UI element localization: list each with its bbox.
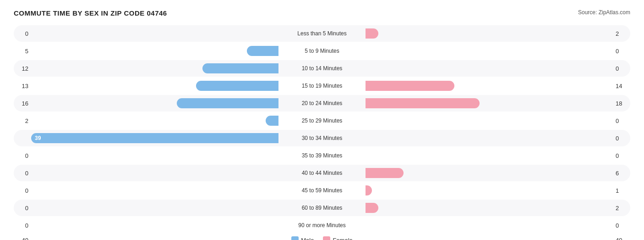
female-value: 2 xyxy=(613,30,630,37)
bar-label: 30 to 34 Minutes xyxy=(278,135,366,141)
male-value: 0 xyxy=(14,30,31,37)
male-value: 5 xyxy=(14,48,31,55)
legend-male-box xyxy=(291,236,299,240)
bars-center: 90 or more Minutes xyxy=(31,217,613,234)
male-value: 0 xyxy=(14,170,31,177)
chart-row: 1315 to 19 Minutes14 xyxy=(14,78,630,94)
axis-left-label: 40 xyxy=(14,237,31,240)
bars-center: Less than 5 Minutes xyxy=(31,25,613,42)
female-value: 0 xyxy=(613,48,630,55)
chart-row: 040 to 44 Minutes6 xyxy=(14,165,630,181)
chart-row: 225 to 29 Minutes0 xyxy=(14,112,630,129)
bars-center: 5 to 9 Minutes xyxy=(31,43,613,59)
male-value: 0 xyxy=(14,222,31,229)
female-value: 1 xyxy=(613,187,630,194)
female-bar-side xyxy=(366,28,613,39)
female-bar xyxy=(366,81,454,91)
male-bar: 39 xyxy=(31,133,278,143)
female-bar xyxy=(366,185,372,195)
female-value: 0 xyxy=(613,222,630,229)
bar-label: 20 to 24 Minutes xyxy=(278,100,366,106)
female-bar-side xyxy=(366,219,613,231)
male-value: 13 xyxy=(14,83,31,89)
male-bar-side xyxy=(31,45,278,57)
female-bar xyxy=(366,98,480,108)
bars-center: 40 to 44 Minutes xyxy=(31,165,613,181)
male-bar-side xyxy=(31,219,278,231)
male-value: 12 xyxy=(14,65,31,72)
legend-area: Male Female xyxy=(31,236,613,240)
bar-label: 45 to 59 Minutes xyxy=(278,187,366,194)
chart-row: 090 or more Minutes0 xyxy=(14,217,630,234)
male-bar-side xyxy=(31,80,278,92)
female-value: 0 xyxy=(613,135,630,142)
female-bar xyxy=(366,168,404,178)
legend-female: Female xyxy=(323,236,352,240)
legend-male-label: Male xyxy=(301,237,314,240)
female-value: 0 xyxy=(613,152,630,159)
axis-right-label: 40 xyxy=(613,237,630,240)
male-bar xyxy=(202,63,278,73)
chart-source: Source: ZipAtlas.com xyxy=(578,9,630,16)
chart-row: 045 to 59 Minutes1 xyxy=(14,182,630,199)
chart-row: 060 to 89 Minutes2 xyxy=(14,200,630,216)
male-value: 0 xyxy=(14,205,31,212)
female-value: 14 xyxy=(613,83,630,89)
chart-title: COMMUTE TIME BY SEX IN ZIP CODE 04746 xyxy=(14,9,167,17)
bar-label: 90 or more Minutes xyxy=(278,222,366,229)
bars-center: 15 to 19 Minutes xyxy=(31,78,613,94)
male-bar-side xyxy=(31,62,278,74)
female-bar-side xyxy=(366,202,613,214)
chart-area: 0Less than 5 Minutes255 to 9 Minutes0121… xyxy=(14,25,630,234)
female-bar-side xyxy=(366,184,613,196)
chart-row: 55 to 9 Minutes0 xyxy=(14,43,630,59)
bars-center: 60 to 89 Minutes xyxy=(31,200,613,216)
bar-label: 60 to 89 Minutes xyxy=(278,205,366,211)
male-value: 2 xyxy=(14,117,31,124)
legend-female-label: Female xyxy=(333,237,352,240)
bar-label: 10 to 14 Minutes xyxy=(278,65,366,72)
female-value: 6 xyxy=(613,170,630,177)
male-bar-side xyxy=(31,97,278,109)
male-bar-side xyxy=(31,150,278,162)
bars-center: 25 to 29 Minutes xyxy=(31,112,613,129)
chart-row: 035 to 39 Minutes0 xyxy=(14,147,630,164)
axis-row: 40 Male Female 40 xyxy=(14,236,630,240)
bars-center: 10 to 14 Minutes xyxy=(31,60,613,77)
female-value: 18 xyxy=(613,100,630,107)
male-bar-side xyxy=(31,115,278,127)
female-value: 2 xyxy=(613,205,630,212)
male-value: 0 xyxy=(14,187,31,194)
male-bar-side xyxy=(31,167,278,179)
female-bar-side xyxy=(366,167,613,179)
chart-row: 0Less than 5 Minutes2 xyxy=(14,25,630,42)
bar-label: 40 to 44 Minutes xyxy=(278,170,366,176)
female-bar xyxy=(366,28,378,39)
chart-row: 1210 to 14 Minutes0 xyxy=(14,60,630,77)
male-bar xyxy=(247,46,278,56)
bar-label: 35 to 39 Minutes xyxy=(278,152,366,159)
bars-center: 3930 to 34 Minutes xyxy=(31,130,613,146)
bar-label: Less than 5 Minutes xyxy=(278,30,366,37)
female-bar-side xyxy=(366,150,613,162)
chart-row: 1620 to 24 Minutes18 xyxy=(14,95,630,112)
female-bar-side xyxy=(366,62,613,74)
female-bar-side xyxy=(366,97,613,109)
bar-label: 25 to 29 Minutes xyxy=(278,117,366,124)
bar-label: 15 to 19 Minutes xyxy=(278,83,366,89)
male-value: 16 xyxy=(14,100,31,107)
male-bar xyxy=(266,116,278,126)
female-bar-side xyxy=(366,115,613,127)
legend: Male Female xyxy=(291,236,353,240)
bar-label: 5 to 9 Minutes xyxy=(278,48,366,54)
bars-center: 20 to 24 Minutes xyxy=(31,95,613,112)
male-bar-side xyxy=(31,202,278,214)
female-bar-side xyxy=(366,80,613,92)
legend-male: Male xyxy=(291,236,314,240)
female-bar-side xyxy=(366,132,613,144)
female-bar-side xyxy=(366,45,613,57)
chart-header: COMMUTE TIME BY SEX IN ZIP CODE 04746 So… xyxy=(14,9,630,17)
male-bar-side: 39 xyxy=(31,132,278,144)
male-bar-side xyxy=(31,184,278,196)
female-bar xyxy=(366,203,378,213)
